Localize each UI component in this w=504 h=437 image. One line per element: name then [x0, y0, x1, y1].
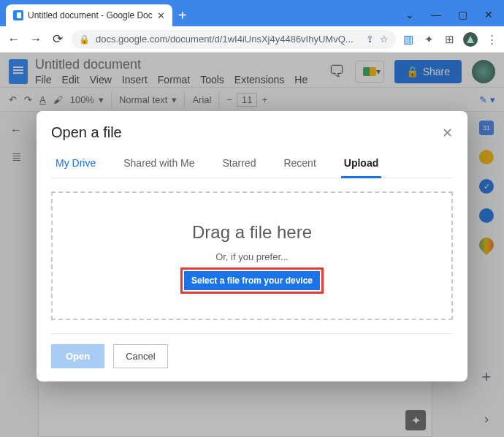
open-button[interactable]: Open [51, 344, 104, 368]
extensions-icon[interactable]: ✦ [422, 33, 435, 46]
chrome-menu-icon[interactable]: ⋮ [485, 33, 498, 46]
close-window-icon[interactable]: ✕ [482, 9, 495, 20]
select-file-button[interactable]: Select a file from your device [184, 271, 320, 290]
install-app-icon[interactable]: ⊞ [443, 33, 456, 46]
extension-flag-icon[interactable]: ▥ [402, 33, 415, 46]
address-bar: ← → ⟳ 🔒 docs.google.com/document/d/1wI4i… [0, 26, 504, 53]
minimize-icon[interactable]: — [429, 9, 443, 20]
share-url-icon[interactable]: ⇪ [366, 34, 374, 45]
drag-instruction: Drag a file here [192, 222, 312, 243]
open-file-modal: Open a file ✕ My Drive Shared with Me St… [37, 111, 467, 381]
upload-dropzone[interactable]: Drag a file here Or, if you prefer... Se… [51, 191, 453, 320]
tab-close-icon[interactable]: ✕ [157, 10, 165, 21]
profile-extension-icon[interactable] [463, 32, 478, 47]
lock-icon: 🔒 [79, 34, 90, 45]
tab-title: Untitled document - Google Doc [28, 10, 153, 20]
close-icon[interactable]: ✕ [442, 125, 453, 141]
browser-tab[interactable]: Untitled document - Google Doc ✕ [6, 4, 172, 26]
picker-tabs: My Drive Shared with Me Starred Recent U… [51, 157, 453, 178]
tab-starred[interactable]: Starred [220, 157, 259, 178]
or-text: Or, if you prefer... [215, 251, 289, 262]
tab-recent[interactable]: Recent [280, 157, 318, 178]
tab-upload[interactable]: Upload [341, 157, 381, 178]
docs-favicon-icon [13, 10, 23, 20]
tab-shared-with-me[interactable]: Shared with Me [121, 157, 197, 178]
forward-icon[interactable]: → [28, 32, 44, 47]
url-text: docs.google.com/document/d/1wI4iUnsXj4y4… [96, 34, 360, 45]
new-tab-button[interactable]: + [172, 4, 193, 26]
modal-title: Open a file [51, 124, 122, 141]
maximize-icon[interactable]: ▢ [456, 9, 469, 20]
tab-my-drive[interactable]: My Drive [53, 157, 99, 178]
reload-icon[interactable]: ⟳ [50, 31, 66, 47]
browser-titlebar: Untitled document - Google Doc ✕ + ⌄ — ▢… [0, 0, 504, 26]
bookmark-icon[interactable]: ☆ [380, 34, 389, 45]
back-icon[interactable]: ← [6, 32, 22, 47]
cancel-button[interactable]: Cancel [113, 344, 167, 368]
modal-scrim[interactable]: Open a file ✕ My Drive Shared with Me St… [0, 53, 504, 437]
chevron-down-icon[interactable]: ⌄ [403, 9, 416, 20]
window-controls: ⌄ — ▢ ✕ [403, 9, 504, 26]
url-field[interactable]: 🔒 docs.google.com/document/d/1wI4iUnsXj4… [72, 30, 396, 49]
